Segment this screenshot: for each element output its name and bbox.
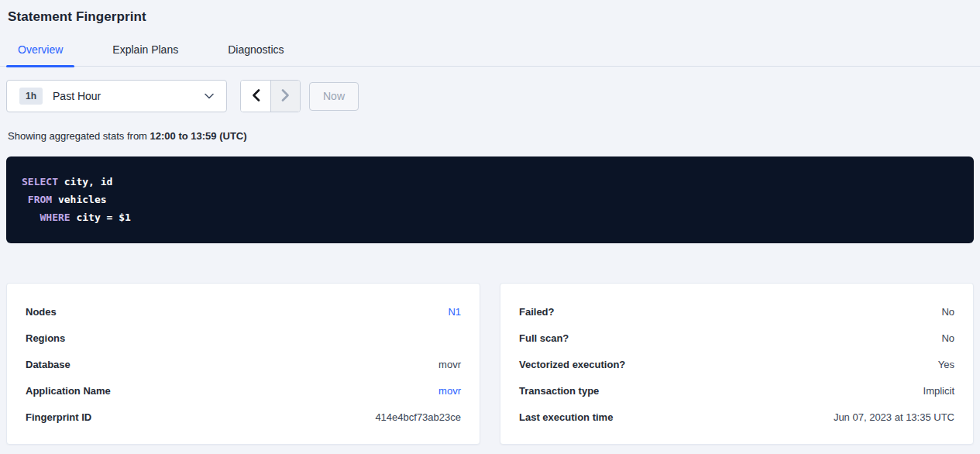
row-value: Jun 07, 2023 at 13:35 UTC	[834, 411, 954, 423]
row-application-name: Application Name movr	[26, 377, 461, 404]
row-label: Database	[26, 359, 70, 370]
statement-details-card: Nodes N1 Regions Database movr Applicati…	[6, 283, 480, 445]
row-value: Yes	[938, 359, 954, 370]
row-label: Failed?	[519, 306, 555, 318]
stats-line-range: 12:00 to 13:59 (UTC)	[150, 130, 247, 142]
prev-time-button[interactable]	[241, 81, 270, 112]
time-range-badge: 1h	[19, 88, 43, 105]
row-value: No	[941, 332, 954, 344]
sql-text	[22, 212, 40, 223]
row-vectorized-execution: Vectorized execution? Yes	[519, 351, 954, 377]
row-label: Fingerprint ID	[26, 411, 91, 423]
row-label: Transaction type	[519, 385, 599, 397]
page-title: Statement Fingerprint	[0, 0, 980, 25]
row-label: Vectorized execution?	[519, 359, 625, 370]
row-nodes: Nodes N1	[26, 298, 461, 325]
sql-line: WHERE city = $1	[22, 208, 958, 226]
sql-text: city = $1	[70, 212, 131, 223]
row-fingerprint-id: Fingerprint ID 414e4bcf73ab23ce	[26, 404, 461, 430]
sql-keyword: WHERE	[40, 212, 70, 223]
row-value: No	[941, 306, 954, 318]
stats-line-prefix: Showing aggregated stats from	[8, 130, 150, 142]
aggregated-stats-line: Showing aggregated stats from 12:00 to 1…	[8, 130, 974, 142]
row-regions: Regions	[26, 325, 461, 351]
row-label: Nodes	[26, 306, 57, 318]
chevron-down-icon	[205, 93, 214, 99]
nodes-link[interactable]: N1	[448, 306, 461, 318]
tab-overview[interactable]: Overview	[6, 43, 74, 66]
row-value: 414e4bcf73ab23ce	[375, 411, 461, 423]
row-database: Database movr	[26, 351, 461, 377]
row-label: Application Name	[26, 385, 111, 397]
chevron-right-icon	[281, 89, 290, 104]
sql-keyword: FROM	[28, 194, 52, 205]
sql-statement-box: SELECT city, id FROM vehicles WHERE city…	[6, 156, 974, 243]
tab-bar: Overview Explain Plans Diagnostics	[0, 43, 980, 67]
sql-text: vehicles	[52, 194, 106, 205]
time-toolbar: 1h Past Hour Now	[6, 80, 974, 112]
tab-explain-plans[interactable]: Explain Plans	[101, 43, 190, 66]
sql-line: SELECT city, id	[22, 173, 958, 191]
time-range-dropdown[interactable]: 1h Past Hour	[6, 80, 227, 112]
row-value: movr	[438, 359, 461, 370]
row-failed: Failed? No	[519, 298, 954, 325]
row-last-execution-time: Last execution time Jun 07, 2023 at 13:3…	[519, 404, 954, 430]
row-full-scan: Full scan? No	[519, 325, 954, 351]
time-nav-button-group	[240, 80, 301, 112]
application-name-link[interactable]: movr	[438, 385, 461, 397]
tab-diagnostics[interactable]: Diagnostics	[216, 43, 295, 66]
sql-text: city, id	[58, 176, 112, 187]
execution-attributes-card: Failed? No Full scan? No Vectorized exec…	[500, 283, 974, 445]
now-button[interactable]: Now	[309, 82, 359, 111]
row-transaction-type: Transaction type Implicit	[519, 377, 954, 404]
summary-cards: Nodes N1 Regions Database movr Applicati…	[6, 283, 974, 445]
row-label: Last execution time	[519, 411, 613, 423]
chevron-left-icon	[252, 89, 260, 104]
next-time-button[interactable]	[270, 81, 300, 112]
sql-keyword: SELECT	[22, 176, 58, 187]
sql-line: FROM vehicles	[22, 191, 958, 208]
row-value: Implicit	[923, 385, 954, 397]
row-label: Full scan?	[519, 332, 569, 344]
time-range-label: Past Hour	[53, 90, 205, 102]
row-label: Regions	[26, 332, 65, 344]
sql-text	[22, 194, 28, 205]
